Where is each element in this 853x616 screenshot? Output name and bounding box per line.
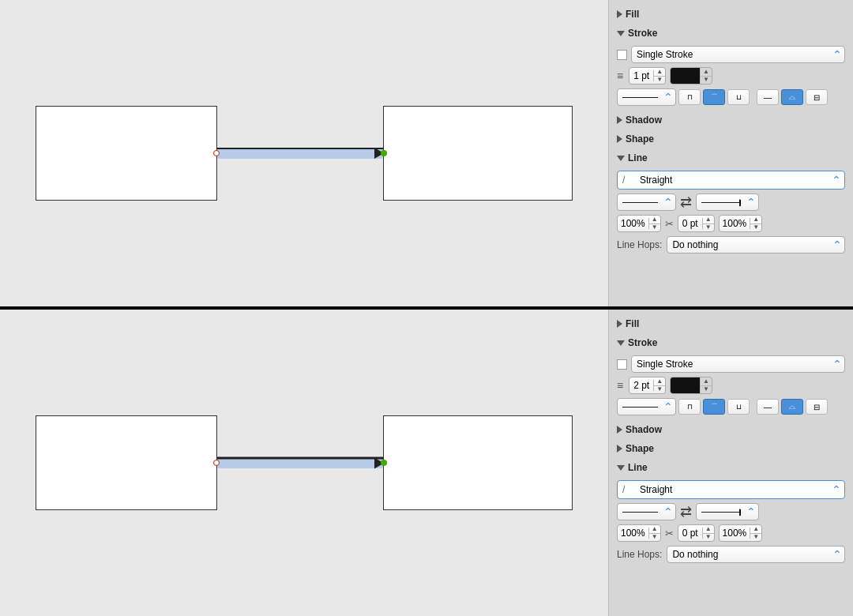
line-type-icon-top: / <box>622 175 625 186</box>
scale-start-stepper-top[interactable]: 100% ▲ ▼ <box>617 215 661 232</box>
pt-up-bottom[interactable]: ▲ <box>703 525 714 534</box>
shape-section-header-top[interactable]: Shape <box>617 131 845 147</box>
line-hops-select-bottom[interactable]: Do nothing Jump over Cut <box>667 546 845 563</box>
join-btn-square-bottom[interactable]: ⊟ <box>806 399 828 415</box>
stroke-width-stepper-bottom[interactable]: 2 pt ▲ ▼ <box>629 377 666 394</box>
stroke-section-header-bottom[interactable]: Stroke <box>617 335 845 351</box>
top-right-box <box>383 106 573 201</box>
line-end-select-bottom[interactable]: ————▶ <box>696 503 759 520</box>
scale-start-btns-bottom[interactable]: ▲ ▼ <box>649 525 660 541</box>
stroke-width-btns-bottom[interactable]: ▲ ▼ <box>654 377 665 393</box>
line-style-select-top[interactable]: ————— <box>617 193 676 211</box>
shadow-section-header-top[interactable]: Shadow <box>617 112 845 128</box>
join-btn-round-top[interactable]: ⌓ <box>781 89 803 105</box>
cap-btn-round-top[interactable]: ⌒ <box>703 89 725 105</box>
line-hops-label-bottom: Line Hops: <box>617 549 662 560</box>
stroke-width-stepper-top[interactable]: 1 pt ▲ ▼ <box>629 67 666 85</box>
line-collapse-icon-bottom <box>617 465 625 471</box>
shape-collapse-icon-bottom <box>617 445 622 453</box>
stroke-color-up-bottom[interactable]: ▲ <box>701 377 712 386</box>
scale-end-up-top[interactable]: ▲ <box>750 216 761 224</box>
scale-start-down-top[interactable]: ▼ <box>649 224 660 232</box>
cap-btn-butt-top[interactable]: ⊓ <box>678 89 701 105</box>
line-content-top: / Straight Curved Orthogonal ⌃ ————— ⌃ <box>617 169 845 257</box>
pt-stepper-bottom[interactable]: 0 pt ▲ ▼ <box>678 524 715 542</box>
join-btn-none-top[interactable]: — <box>757 89 779 105</box>
scale-start-up-top[interactable]: ▲ <box>649 216 660 224</box>
join-btn-none-bottom[interactable]: — <box>757 399 779 415</box>
line-end-select-top[interactable]: ————▶ <box>696 193 759 211</box>
pt-btns-bottom[interactable]: ▲ ▼ <box>703 525 714 541</box>
line-dash-select-wrapper-bottom: ————— ⌃ <box>617 398 676 415</box>
shadow-section-header-bottom[interactable]: Shadow <box>617 422 845 438</box>
pt-down-bottom[interactable]: ▼ <box>703 534 714 542</box>
stroke-color-btns-top[interactable]: ▲ ▼ <box>701 68 712 84</box>
line-dash-select-bottom[interactable]: ————— <box>617 398 676 415</box>
single-stroke-select-bottom[interactable]: Single Stroke <box>631 355 845 373</box>
single-stroke-checkbox-bottom[interactable] <box>617 359 627 370</box>
bottom-dot-red <box>213 460 220 466</box>
shadow-label-bottom: Shadow <box>626 424 662 435</box>
cap-btn-square-bottom[interactable]: ⊔ <box>727 399 750 415</box>
line-style-select-bottom[interactable]: ————— <box>617 503 676 520</box>
line-hops-label-top: Line Hops: <box>617 239 662 250</box>
stroke-collapse-icon-top <box>617 31 625 36</box>
shape-collapse-icon-top <box>617 135 622 143</box>
cap-btn-round-bottom[interactable]: ⌒ <box>703 399 725 415</box>
stroke-width-btns-top[interactable]: ▲ ▼ <box>654 68 665 84</box>
line-type-select-bottom[interactable]: Straight Curved Orthogonal <box>618 481 844 498</box>
cap-btn-square-top[interactable]: ⊔ <box>727 89 750 105</box>
pt-down-top[interactable]: ▼ <box>703 224 714 232</box>
stroke-color-stepper-top[interactable]: ▲ ▼ <box>670 67 712 85</box>
top-sidebar: Fill Stroke Single Stroke ⌃ ≡ <box>608 0 853 306</box>
cap-btn-butt-bottom[interactable]: ⊓ <box>678 399 701 415</box>
line-section-header-top[interactable]: Line <box>617 150 845 166</box>
stroke-color-up-top[interactable]: ▲ <box>701 68 712 77</box>
stroke-width-down-bottom[interactable]: ▼ <box>654 386 665 394</box>
stroke-color-down-bottom[interactable]: ▼ <box>701 386 712 394</box>
bottom-connector <box>217 457 383 468</box>
stroke-color-stepper-bottom[interactable]: ▲ ▼ <box>670 377 712 394</box>
fill-section-header-bottom[interactable]: Fill <box>617 316 845 332</box>
scale-start-stepper-bottom[interactable]: 100% ▲ ▼ <box>617 524 661 542</box>
line-section-header-bottom[interactable]: Line <box>617 460 845 475</box>
scale-start-up-bottom[interactable]: ▲ <box>649 525 660 534</box>
scale-end-down-top[interactable]: ▼ <box>750 224 761 232</box>
line-label-bottom: Line <box>628 462 648 473</box>
pt-btns-top[interactable]: ▲ ▼ <box>703 216 714 231</box>
scale-start-btns-top[interactable]: ▲ ▼ <box>649 216 660 231</box>
scale-end-value-bottom: 100% <box>720 528 751 539</box>
single-stroke-select-top[interactable]: Single Stroke <box>631 46 845 63</box>
shadow-label-top: Shadow <box>626 115 662 126</box>
scale-start-down-bottom[interactable]: ▼ <box>649 534 660 542</box>
stroke-section-header-top[interactable]: Stroke <box>617 25 845 41</box>
stroke-width-up-bottom[interactable]: ▲ <box>654 377 665 386</box>
stroke-line-style-row-top: ————— ⌃ ⊓ ⌒ ⊔ — ⌓ ⊟ <box>617 88 845 106</box>
pt-up-top[interactable]: ▲ <box>703 216 714 224</box>
stroke-width-up-top[interactable]: ▲ <box>654 68 665 77</box>
line-type-select-top[interactable]: Straight Curved Orthogonal <box>618 171 844 189</box>
line-hops-select-top[interactable]: Do nothing Jump over Cut <box>667 236 845 254</box>
scale-start-value-top: 100% <box>618 218 649 229</box>
join-btn-square-top[interactable]: ⊟ <box>806 89 828 105</box>
scale-end-stepper-top[interactable]: 100% ▲ ▼ <box>719 215 763 232</box>
scale-end-down-bottom[interactable]: ▼ <box>750 534 761 542</box>
line-midpoint-icon-top[interactable]: ⇄ <box>680 193 692 211</box>
scale-end-btns-top[interactable]: ▲ ▼ <box>750 216 761 231</box>
single-stroke-checkbox-top[interactable] <box>617 50 627 60</box>
stroke-content-top: Single Stroke ⌃ ≡ 1 pt ▲ ▼ <box>617 44 845 109</box>
top-dot-green <box>381 150 387 156</box>
scale-end-up-bottom[interactable]: ▲ <box>750 525 761 534</box>
shape-section-header-bottom[interactable]: Shape <box>617 441 845 456</box>
pt-stepper-top[interactable]: 0 pt ▲ ▼ <box>678 215 715 232</box>
line-dash-select-top[interactable]: ————— <box>617 88 676 106</box>
join-btn-round-bottom[interactable]: ⌓ <box>781 399 803 415</box>
scale-end-stepper-bottom[interactable]: 100% ▲ ▼ <box>719 524 763 542</box>
stroke-color-down-top[interactable]: ▼ <box>701 77 712 85</box>
stroke-color-btns-bottom[interactable]: ▲ ▼ <box>701 377 712 393</box>
line-collapse-icon-top <box>617 156 625 161</box>
line-midpoint-icon-bottom[interactable]: ⇄ <box>680 503 692 520</box>
stroke-width-down-top[interactable]: ▼ <box>654 77 665 85</box>
fill-section-header-top[interactable]: Fill <box>617 6 845 22</box>
scale-end-btns-bottom[interactable]: ▲ ▼ <box>750 525 761 541</box>
